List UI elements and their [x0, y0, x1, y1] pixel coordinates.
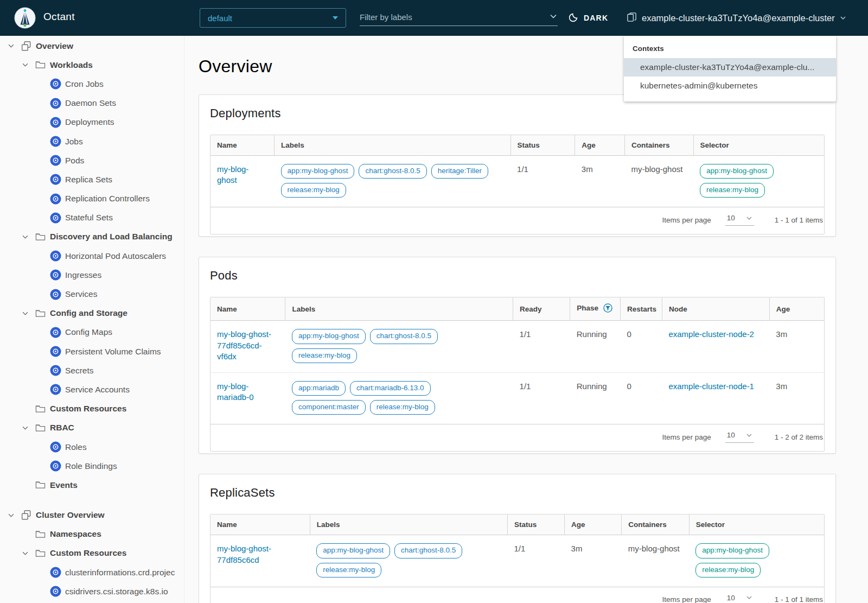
label-tag[interactable]: release:my-blog	[316, 563, 381, 577]
sidebar-item[interactable]: Namespaces	[0, 525, 184, 544]
sidebar-item-label: clusterinformations.crd.projec	[65, 568, 175, 577]
cell-text: 3m	[582, 164, 593, 174]
sidebar-item[interactable]: Ingresses	[0, 265, 184, 284]
resource-icon	[50, 289, 61, 300]
resource-icon	[50, 365, 61, 376]
theme-toggle[interactable]: DARK	[569, 0, 608, 36]
column-header: Containers	[624, 135, 693, 156]
column-header: Node	[662, 297, 769, 321]
label-tag[interactable]: app:my-blog-ghost	[281, 164, 355, 179]
sidebar-item[interactable]: Replica Sets	[0, 170, 184, 189]
folder-icon	[35, 232, 46, 242]
items-per-page-label: Items per page	[662, 433, 711, 441]
resource-link[interactable]: example-cluster-node-1	[668, 382, 754, 391]
resource-icon	[50, 212, 61, 224]
contexts-dropdown-title: Contexts	[624, 36, 836, 58]
sidebar-item[interactable]: Custom Resources	[0, 544, 184, 563]
chevron-down-icon[interactable]	[21, 550, 29, 557]
pagination-range: 1 - 2 of 2 items	[775, 433, 823, 441]
namespace-select[interactable]: default	[200, 8, 346, 28]
label-tag[interactable]: release:my-blog	[700, 183, 765, 198]
theme-toggle-label: DARK	[584, 14, 608, 22]
moon-icon	[569, 12, 579, 24]
chevron-down-icon[interactable]	[549, 12, 558, 23]
label-tag[interactable]: release:my-blog	[292, 348, 357, 363]
resource-icon	[50, 269, 61, 281]
sidebar-item[interactable]: Service Accounts	[0, 380, 184, 399]
label-filter-input[interactable]	[360, 12, 549, 22]
resource-icon	[50, 384, 61, 395]
resource-link[interactable]: example-cluster-node-2	[668, 329, 754, 339]
label-tag[interactable]: release:my-blog	[281, 183, 346, 198]
sidebar-item-label: Replication Controllers	[65, 194, 150, 204]
label-tag[interactable]: heritage:Tiller	[431, 164, 488, 179]
sidebar-item[interactable]: Roles	[0, 437, 184, 456]
resource-link[interactable]: my-blog-ghost	[217, 164, 248, 185]
label-tag[interactable]: chart:mariadb-6.13.0	[350, 381, 431, 396]
sidebar-item[interactable]: Custom Resources	[0, 399, 184, 418]
sidebar-nav: OverviewWorkloadsCron JobsDaemon SetsDep…	[0, 36, 184, 603]
context-menu-item[interactable]: example-cluster-ka3TuTzYo4a@example-clu.…	[624, 58, 836, 77]
sidebar-item[interactable]: Config Maps	[0, 323, 184, 342]
cell-text: 3m	[776, 329, 787, 339]
chevron-down-icon[interactable]	[21, 61, 29, 68]
sidebar-item-label: Namespaces	[50, 529, 101, 539]
chevron-down-icon[interactable]	[21, 233, 29, 240]
sidebar-item[interactable]: Services	[0, 284, 184, 303]
table-row: my-blog-ghost-77df85c6cdapp:my-blog-ghos…	[210, 535, 824, 587]
context-menu-item[interactable]: kubernetes-admin@kubernetes	[624, 77, 836, 95]
sidebar-item[interactable]: Horizontal Pod Autoscalers	[0, 246, 184, 265]
sidebar-item[interactable]: Jobs	[0, 132, 184, 151]
chevron-down-icon[interactable]	[7, 42, 15, 49]
label-tag[interactable]: app:my-blog-ghost	[695, 543, 769, 558]
cards: DeploymentsNameLabelsStatusAgeContainers…	[199, 94, 836, 603]
label-tag[interactable]: chart:ghost-8.0.5	[359, 164, 426, 179]
sidebar-item[interactable]: Stateful Sets	[0, 208, 184, 227]
label-tag[interactable]: component:master	[292, 400, 366, 415]
card-title: Pods	[210, 257, 825, 297]
sidebar-item[interactable]: Daemon Sets	[0, 94, 184, 113]
sidebar-item[interactable]: RBAC	[0, 418, 184, 437]
label-tag[interactable]: chart:ghost-8.0.5	[370, 329, 438, 344]
sidebar-item[interactable]: Events	[0, 475, 184, 494]
column-header: Containers	[622, 515, 689, 535]
sidebar-item-label: Secrets	[65, 366, 94, 376]
sidebar-item-label: RBAC	[50, 423, 74, 433]
card-deployments: DeploymentsNameLabelsStatusAgeContainers…	[199, 94, 836, 237]
sidebar-item-label: Events	[50, 480, 78, 490]
resource-link[interactable]: my-blog-ghost-77df85c6cd	[217, 544, 271, 564]
label-tag[interactable]: app:my-blog-ghost	[292, 329, 366, 344]
label-tag[interactable]: app:mariadb	[292, 381, 346, 396]
sidebar-item[interactable]: Config and Storage	[0, 304, 184, 323]
chevron-down-icon[interactable]	[7, 512, 15, 519]
items-per-page-select[interactable]: 10	[725, 214, 754, 226]
label-tag[interactable]: app:my-blog-ghost	[700, 164, 774, 179]
chevron-down-icon[interactable]	[21, 424, 29, 431]
sidebar-item[interactable]: Workloads	[0, 55, 184, 74]
sidebar-item[interactable]: Overview	[0, 36, 184, 55]
cell-text: 1/1	[514, 544, 525, 553]
label-tag[interactable]: app:my-blog-ghost	[316, 543, 390, 558]
sidebar-item[interactable]: csidrivers.csi.storage.k8s.io	[0, 582, 184, 601]
filter-icon[interactable]	[603, 303, 612, 314]
sidebar-item[interactable]: Discovery and Load Balancing	[0, 227, 184, 246]
sidebar-item[interactable]: Cluster Overview	[0, 506, 184, 525]
sidebar-item[interactable]: Role Bindings	[0, 456, 184, 475]
sidebar-item[interactable]: Persistent Volume Claims	[0, 342, 184, 361]
chevron-down-icon[interactable]	[21, 310, 29, 317]
sidebar-item[interactable]: Replication Controllers	[0, 189, 184, 208]
sidebar-item[interactable]: Deployments	[0, 113, 184, 132]
column-header: Restarts	[620, 297, 662, 321]
label-tag[interactable]: release:my-blog	[370, 400, 435, 415]
items-per-page-select[interactable]: 10	[725, 431, 754, 443]
label-tag[interactable]: chart:ghost-8.0.5	[394, 543, 462, 558]
resource-link[interactable]: my-blog-ghost-77df85c6cd-vf6dx	[217, 329, 271, 361]
label-tag[interactable]: release:my-blog	[695, 563, 761, 577]
sidebar-item[interactable]: clusterinformations.crd.projec	[0, 563, 184, 582]
resource-link[interactable]: my-blog-mariadb-0	[217, 382, 254, 402]
context-switcher-button[interactable]: example-cluster-ka3TuTzYo4a@example-clus…	[627, 0, 846, 36]
sidebar-item[interactable]: Pods	[0, 151, 184, 170]
items-per-page-select[interactable]: 10	[725, 594, 754, 603]
sidebar-item[interactable]: Cron Jobs	[0, 74, 184, 93]
sidebar-item[interactable]: Secrets	[0, 361, 184, 380]
